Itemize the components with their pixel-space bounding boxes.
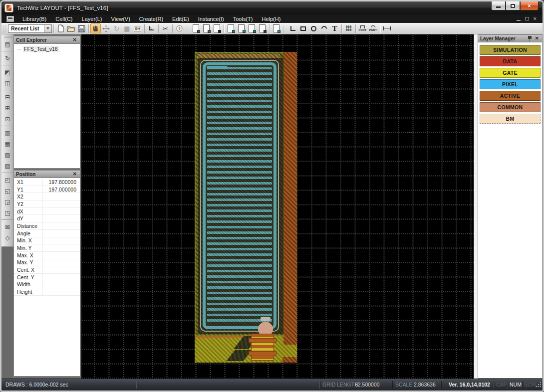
tool-mirror-icon[interactable]: ◩	[1, 65, 13, 78]
mdi-system-icon[interactable]	[6, 16, 14, 22]
rotate-tool-icon[interactable]: ↻	[111, 23, 122, 33]
grid-length-value: 62.500000	[355, 382, 380, 388]
tool-intersect-icon[interactable]: ◲	[1, 196, 13, 207]
text-tool-icon[interactable]: T	[329, 23, 340, 33]
layer-button-gate[interactable]: GATE	[480, 68, 541, 78]
position-row: Width	[14, 281, 80, 289]
toolbar-doc-grid-icon[interactable]	[191, 23, 201, 33]
array-tool-icon[interactable]: ▦	[122, 23, 132, 33]
menu-item-library[interactable]: Library(B)	[18, 15, 51, 22]
pin-icon[interactable]	[528, 36, 532, 41]
menu-item-create[interactable]: Create(R)	[135, 15, 168, 22]
rectangle-tool-icon[interactable]	[298, 23, 308, 33]
toolbar-doc-check-icon[interactable]	[212, 23, 222, 33]
layer-manager-close-icon[interactable]: ✕	[534, 36, 540, 41]
layout-canvas[interactable]	[81, 34, 474, 379]
resize-grip[interactable]	[536, 382, 542, 388]
cell-explorer-close-icon[interactable]: ✕	[72, 37, 78, 42]
tool-merge-icon[interactable]: ◰	[1, 173, 13, 186]
tool-align-right-icon[interactable]: ⊡	[1, 114, 13, 125]
num-lock-indicator: NUM	[510, 382, 522, 388]
active-strip	[283, 52, 297, 336]
recent-list-combobox[interactable]: Recent List	[8, 24, 52, 33]
window-minimize-button[interactable]	[491, 1, 506, 10]
tool-align-left-icon[interactable]: ⊟	[1, 90, 13, 103]
layer-manager-panel: Layer Manager ✕ SIMULATION DATA GAT	[478, 34, 543, 379]
dimension-tool-icon[interactable]	[382, 23, 392, 33]
ffs-cell-drawing[interactable]	[195, 52, 297, 363]
cell-tree-item[interactable]: FFS_Test_v16	[17, 46, 80, 52]
tool-subtract-icon[interactable]: ◱	[1, 186, 13, 196]
panel-splitter[interactable]	[474, 34, 478, 379]
tool-spacing-v-icon[interactable]: ▨	[1, 161, 13, 172]
position-row-label: dX	[14, 208, 43, 215]
query-tool-icon[interactable]: ?	[174, 23, 185, 33]
cell-explorer-titlebar[interactable]: Cell Explorer ✕	[14, 36, 80, 44]
tool-xor-icon[interactable]: ◳	[1, 207, 13, 218]
layer-button-data[interactable]: DATA	[480, 56, 541, 66]
mdi-restore-icon[interactable]	[525, 17, 529, 20]
stretch-tool-icon[interactable]: SH	[132, 23, 143, 33]
position-row-label: X2	[14, 193, 43, 200]
layer-button-common[interactable]: COMMON	[480, 102, 541, 112]
toolbar-doc-search-icon[interactable]	[201, 23, 212, 33]
polyline-tool-icon[interactable]	[287, 23, 298, 33]
combobox-dropdown-icon[interactable]	[44, 25, 51, 32]
tools-icon[interactable]: ✂	[160, 23, 171, 33]
circle-tool-icon[interactable]	[308, 23, 319, 33]
tool-distribute-v-icon[interactable]: ▦	[1, 139, 13, 150]
tool-cell-instance-icon[interactable]: ▤	[1, 39, 13, 50]
open-file-icon[interactable]	[66, 23, 76, 33]
window-close-button[interactable]: ×	[520, 1, 539, 10]
mdi-close-icon[interactable]: ×	[534, 16, 537, 21]
position-row: Y1 197.000000	[14, 186, 80, 194]
toolbar-doc-port-b-icon[interactable]	[236, 23, 247, 33]
toolbar-doc-net-icon[interactable]	[247, 23, 257, 33]
layer-button-active[interactable]: ACTIVE	[480, 91, 541, 101]
toolbar-doc-fill-icon[interactable]	[257, 23, 268, 33]
tool-rotate-icon[interactable]: ↻	[1, 51, 13, 64]
port-shape-tool-icon[interactable]: PORT	[368, 23, 378, 33]
port-tool-icon[interactable]: PORT	[357, 23, 368, 33]
layer-button-pixel[interactable]: PIXEL	[480, 79, 541, 89]
position-row: Y2	[14, 200, 80, 208]
tool-measure-icon[interactable]: ◇	[1, 232, 13, 243]
position-panel-close-icon[interactable]: ✕	[72, 172, 78, 177]
window-maximize-button[interactable]	[506, 1, 520, 10]
layer-manager-titlebar[interactable]: Layer Manager ✕	[478, 35, 542, 42]
menu-item-tools[interactable]: Tools(T)	[229, 15, 258, 22]
menu-item-layer[interactable]: Layer(L)	[77, 15, 107, 22]
new-file-icon[interactable]	[55, 23, 66, 33]
svg-text:?: ?	[178, 26, 181, 31]
save-file-icon[interactable]	[76, 23, 87, 33]
menu-item-instance[interactable]: Instance(I)	[194, 15, 229, 22]
arc-tool-icon[interactable]	[319, 23, 329, 33]
move-tool-icon[interactable]	[101, 23, 111, 33]
toolbar-doc-port-a-icon[interactable]	[226, 23, 236, 33]
tool-group-icon[interactable]: ⊠	[1, 219, 13, 232]
tool-copy-icon[interactable]: ◫	[1, 78, 13, 89]
position-row-label: Cent. Y	[14, 274, 43, 281]
menu-item-help[interactable]: Help(H)	[257, 15, 285, 22]
position-panel-titlebar[interactable]: Position ✕	[14, 171, 80, 178]
position-row: dX	[14, 208, 80, 215]
mdi-minimize-icon[interactable]	[517, 20, 521, 21]
grid-length-label: GRID LENGTH	[322, 382, 358, 388]
tool-align-center-icon[interactable]: ⊞	[1, 103, 13, 114]
cell-explorer-panel: Cell Explorer ✕ FFS_Test_v16	[13, 36, 80, 169]
bend-tool-icon[interactable]	[146, 23, 157, 33]
recent-list-value: Recent List	[8, 25, 44, 31]
menu-item-view[interactable]: View(V)	[107, 15, 135, 22]
tool-distribute-h-icon[interactable]: ▥	[1, 126, 13, 139]
toolbar-doc-export-icon[interactable]	[271, 23, 281, 33]
menu-item-edit[interactable]: Edit(E)	[168, 15, 194, 22]
tool-spacing-h-icon[interactable]: ▧	[1, 150, 13, 161]
layer-button-simulation[interactable]: SIMULATION	[480, 45, 541, 55]
array-numbers-icon[interactable]: 000000	[343, 23, 354, 33]
vertical-toolbar-grip[interactable]	[4, 36, 11, 38]
pan-tool-icon[interactable]	[90, 23, 101, 33]
menu-item-cell[interactable]: Cell(C)	[51, 15, 77, 22]
toolbar-grip[interactable]	[3, 25, 6, 32]
position-row: Max. Y	[14, 259, 80, 267]
layer-button-bm[interactable]: BM	[480, 114, 541, 124]
